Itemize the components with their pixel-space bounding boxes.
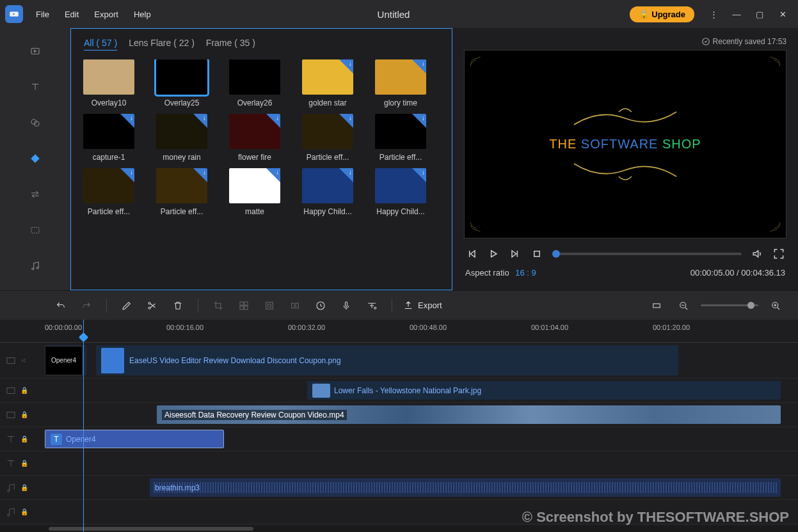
zoom-fit-button[interactable] bbox=[647, 296, 666, 315]
ornament-icon bbox=[470, 194, 508, 233]
upgrade-button[interactable]: 🔒 Upgrade bbox=[630, 6, 694, 22]
filter-tab-frame[interactable]: Frame ( 35 ) bbox=[206, 38, 255, 51]
overlay-item[interactable]: Overlay26 bbox=[226, 59, 283, 107]
speech-button[interactable] bbox=[362, 296, 381, 315]
overlay-item[interactable]: Happy Child... bbox=[372, 168, 429, 216]
overlay-item[interactable]: money rain bbox=[153, 114, 211, 162]
preview-content: THE SOFTWARE SHOP bbox=[549, 106, 701, 183]
overlay-item[interactable]: glory time bbox=[372, 59, 429, 107]
overlay-item[interactable]: Particle eff... bbox=[299, 114, 356, 162]
overlay-item[interactable]: Particle eff... bbox=[80, 168, 138, 216]
track-head[interactable]: 🔒 bbox=[0, 403, 45, 426]
filter-tab-all[interactable]: All ( 57 ) bbox=[84, 38, 117, 51]
minimize-button[interactable]: — bbox=[726, 5, 747, 23]
maximize-button[interactable]: ▢ bbox=[749, 5, 770, 23]
undo-button[interactable] bbox=[51, 296, 70, 315]
sidebar-filters-icon[interactable] bbox=[25, 113, 45, 133]
split-button[interactable] bbox=[143, 296, 162, 315]
zoom-slider[interactable] bbox=[701, 304, 758, 306]
menu-file[interactable]: File bbox=[29, 6, 56, 23]
menu-export[interactable]: Export bbox=[88, 6, 125, 23]
lock-icon: 🔒 bbox=[639, 10, 649, 19]
svg-rect-29 bbox=[7, 387, 15, 393]
crop-button[interactable] bbox=[209, 296, 228, 315]
track-head[interactable]: 🔒 bbox=[0, 451, 45, 475]
redo-button[interactable] bbox=[77, 296, 96, 315]
download-icon bbox=[339, 114, 353, 128]
clip-opener-thumb[interactable]: Opener4 bbox=[45, 345, 86, 375]
menu-help[interactable]: Help bbox=[127, 6, 157, 23]
playback-slider[interactable] bbox=[552, 253, 742, 255]
preview-viewport[interactable]: THE SOFTWARE SHOP bbox=[464, 50, 786, 239]
timeline-toolbar: Export bbox=[0, 290, 798, 320]
track-text-2: 🔒 bbox=[0, 451, 798, 476]
svg-rect-23 bbox=[346, 302, 347, 307]
overlay-item[interactable]: golden star bbox=[299, 59, 356, 107]
zoom-crop-button[interactable] bbox=[260, 296, 279, 315]
clip-text-opener[interactable]: T Opener4 bbox=[45, 430, 224, 448]
track-head[interactable]: 🔒 bbox=[0, 476, 45, 499]
volume-icon[interactable] bbox=[751, 247, 763, 260]
clip-image-1[interactable]: EaseUS Video Editor Review Download Disc… bbox=[96, 345, 678, 375]
play-button[interactable] bbox=[487, 247, 500, 260]
svg-marker-11 bbox=[491, 251, 497, 257]
ruler-tick: 00:00:16.00 bbox=[166, 324, 203, 331]
sidebar-elements-icon[interactable] bbox=[25, 220, 45, 240]
track-head[interactable]: 🔒 bbox=[0, 427, 45, 451]
sidebar-overlays-icon[interactable] bbox=[25, 148, 45, 169]
overlay-item[interactable]: Overlay25 bbox=[153, 59, 211, 107]
menu-edit[interactable]: Edit bbox=[58, 6, 85, 23]
playhead[interactable] bbox=[83, 320, 84, 532]
edit-button[interactable] bbox=[117, 296, 136, 315]
overlay-item[interactable]: matte bbox=[226, 168, 283, 216]
clip-audio-1[interactable]: breathin.mp3 bbox=[150, 478, 781, 497]
track-head[interactable] bbox=[0, 343, 45, 378]
overlay-item[interactable]: Happy Child... bbox=[299, 168, 356, 216]
freeze-button[interactable] bbox=[285, 296, 305, 315]
download-icon bbox=[412, 114, 426, 128]
track-head[interactable]: 🔒 bbox=[0, 379, 45, 402]
mosaic-button[interactable] bbox=[234, 296, 253, 315]
next-frame-button[interactable] bbox=[509, 247, 522, 260]
aspect-value[interactable]: 16 : 9 bbox=[515, 268, 536, 278]
overlay-thumbnail bbox=[375, 168, 426, 203]
overlay-item[interactable]: flower fire bbox=[226, 114, 283, 162]
sidebar-transitions-icon[interactable] bbox=[25, 184, 45, 205]
filter-tab-lensflare[interactable]: Lens Flare ( 22 ) bbox=[129, 38, 195, 51]
zoom-in-button[interactable] bbox=[766, 296, 785, 315]
sidebar-media-icon[interactable] bbox=[25, 41, 45, 61]
overlay-item[interactable]: Overlay10 bbox=[80, 59, 138, 107]
overlay-label: Particle eff... bbox=[161, 207, 203, 216]
menu-dots-icon[interactable]: ⋮ bbox=[703, 5, 724, 23]
delete-button[interactable] bbox=[168, 296, 188, 315]
fullscreen-icon[interactable] bbox=[772, 247, 785, 260]
overlay-item[interactable]: capture-1 bbox=[80, 114, 138, 162]
aspect-label: Aspect ratio bbox=[465, 268, 509, 278]
export-button[interactable]: Export bbox=[403, 300, 442, 311]
prev-frame-button[interactable] bbox=[465, 247, 478, 260]
timeline: 00:00:00.0000:00:16.0000:00:32.0000:00:4… bbox=[0, 320, 798, 532]
track-head[interactable]: 🔒 bbox=[0, 500, 45, 524]
stop-button[interactable] bbox=[531, 247, 543, 260]
overlay-item[interactable]: Particle eff... bbox=[372, 114, 429, 162]
overlay-thumbnail bbox=[156, 59, 207, 95]
sidebar-text-icon[interactable] bbox=[25, 77, 45, 97]
close-button[interactable]: ✕ bbox=[772, 5, 793, 23]
sidebar-music-icon[interactable] bbox=[25, 256, 45, 276]
clip-image-2[interactable]: Lower Falls - Yellowstone National Park.… bbox=[307, 381, 781, 400]
timeline-hscroll[interactable] bbox=[0, 526, 798, 532]
svg-point-9 bbox=[36, 267, 38, 269]
duration-button[interactable] bbox=[311, 296, 330, 315]
overlay-label: Happy Child... bbox=[376, 207, 424, 216]
overlay-item[interactable]: Particle eff... bbox=[153, 168, 211, 216]
svg-point-24 bbox=[374, 307, 376, 309]
overlay-thumbnail bbox=[375, 114, 426, 149]
overlay-grid[interactable]: Overlay10Overlay25Overlay26golden stargl… bbox=[71, 59, 452, 290]
clip-thumbnail-icon bbox=[312, 384, 330, 398]
timeline-ruler[interactable]: 00:00:00.0000:00:16.0000:00:32.0000:00:4… bbox=[0, 320, 798, 343]
zoom-out-button[interactable] bbox=[674, 296, 693, 315]
overlay-thumbnail bbox=[83, 168, 134, 203]
overlay-label: Particle eff... bbox=[379, 153, 422, 162]
voiceover-button[interactable] bbox=[337, 296, 356, 315]
clip-video-1[interactable]: Aiseesoft Data Recovery Review Coupon Vi… bbox=[157, 405, 781, 424]
